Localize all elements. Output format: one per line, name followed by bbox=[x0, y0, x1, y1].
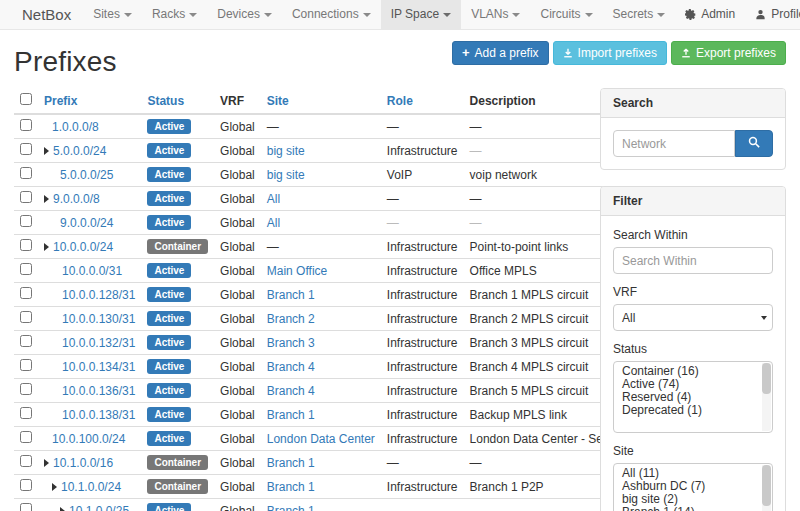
column-header-prefix[interactable]: Prefix bbox=[38, 88, 141, 114]
vrf-select[interactable]: All bbox=[613, 304, 773, 331]
site-link[interactable]: Branch 1 bbox=[267, 504, 315, 511]
scrollbar[interactable] bbox=[762, 363, 771, 431]
brand-logo[interactable]: NetBox bbox=[10, 0, 83, 29]
row-checkbox[interactable] bbox=[20, 455, 32, 467]
prefix-link[interactable]: 10.0.0.130/31 bbox=[62, 312, 135, 326]
status-cell: Active bbox=[141, 114, 214, 139]
site-link[interactable]: Branch 4 bbox=[267, 384, 315, 398]
scrollbar-thumb[interactable] bbox=[762, 363, 771, 394]
listbox-option[interactable]: All (11) bbox=[614, 467, 772, 480]
prefix-cell: 9.0.0.0/8 bbox=[38, 187, 141, 211]
listbox-option[interactable]: Reserved (4) bbox=[614, 391, 772, 404]
checkbox-cell bbox=[14, 307, 38, 331]
row-checkbox[interactable] bbox=[20, 335, 32, 347]
expand-arrow-icon bbox=[44, 195, 49, 203]
column-header-status[interactable]: Status bbox=[141, 88, 214, 114]
row-checkbox[interactable] bbox=[20, 143, 32, 155]
row-checkbox[interactable] bbox=[20, 215, 32, 227]
nav-item-ip-space[interactable]: IP Space bbox=[381, 0, 461, 29]
site-link[interactable]: Branch 3 bbox=[267, 336, 315, 350]
site-link[interactable]: big site bbox=[267, 168, 305, 182]
row-checkbox[interactable] bbox=[20, 287, 32, 299]
prefix-link[interactable]: 10.0.0.128/31 bbox=[62, 288, 135, 302]
row-checkbox[interactable] bbox=[20, 167, 32, 179]
listbox-option[interactable]: Container (16) bbox=[614, 365, 772, 378]
scrollbar[interactable] bbox=[762, 465, 771, 511]
select-all-checkbox[interactable] bbox=[20, 93, 32, 105]
prefix-link[interactable]: 10.0.0.138/31 bbox=[62, 408, 135, 422]
add-prefix-button[interactable]: + Add a prefix bbox=[452, 41, 549, 65]
search-input[interactable] bbox=[613, 130, 735, 157]
prefix-link[interactable]: 9.0.0.0/8 bbox=[53, 192, 100, 206]
nav-item-racks[interactable]: Racks bbox=[142, 0, 207, 29]
nav-item-secrets[interactable]: Secrets bbox=[603, 0, 676, 29]
nav-item-sites[interactable]: Sites bbox=[83, 0, 142, 29]
site-link[interactable]: All bbox=[267, 216, 280, 230]
row-checkbox[interactable] bbox=[20, 119, 32, 131]
listbox-option[interactable]: big site (2) bbox=[614, 493, 772, 506]
listbox-option[interactable]: Branch 1 (14) bbox=[614, 506, 772, 511]
column-header-site[interactable]: Site bbox=[261, 88, 381, 114]
prefix-link[interactable]: 10.0.0.0/24 bbox=[53, 240, 113, 254]
import-icon bbox=[563, 48, 573, 58]
status-badge: Active bbox=[147, 383, 191, 398]
checkbox-cell bbox=[14, 114, 38, 139]
listbox-option[interactable]: Active (74) bbox=[614, 378, 772, 391]
prefix-link[interactable]: 1.0.0.0/8 bbox=[52, 120, 99, 134]
search-within-input[interactable] bbox=[613, 247, 773, 274]
prefix-link[interactable]: 10.0.0.134/31 bbox=[62, 360, 135, 374]
nav-item-circuits[interactable]: Circuits bbox=[530, 0, 602, 29]
prefix-link[interactable]: 10.1.0.0/16 bbox=[53, 456, 113, 470]
row-checkbox[interactable] bbox=[20, 479, 32, 491]
site-link[interactable]: Branch 1 bbox=[267, 288, 315, 302]
prefix-cell: 10.0.0.134/31 bbox=[38, 355, 141, 379]
site-link[interactable]: London Data Center bbox=[267, 432, 375, 446]
row-checkbox[interactable] bbox=[20, 311, 32, 323]
prefix-link[interactable]: 10.0.0.0/31 bbox=[62, 264, 122, 278]
row-checkbox[interactable] bbox=[20, 503, 32, 511]
site-link[interactable]: Branch 4 bbox=[267, 360, 315, 374]
export-prefixes-button[interactable]: Export prefixes bbox=[671, 41, 786, 65]
nav-item-connections[interactable]: Connections bbox=[282, 0, 381, 29]
row-checkbox[interactable] bbox=[20, 431, 32, 443]
site-link[interactable]: Branch 2 bbox=[267, 312, 315, 326]
row-checkbox[interactable] bbox=[20, 407, 32, 419]
row-checkbox[interactable] bbox=[20, 191, 32, 203]
prefix-link[interactable]: 10.1.0.0/25 bbox=[69, 504, 129, 511]
nav-item-profile-label: Profile bbox=[771, 0, 800, 29]
status-cell: Active bbox=[141, 163, 214, 187]
site-cell: — bbox=[261, 114, 381, 139]
nav-item-profile[interactable]: Profile bbox=[745, 0, 800, 29]
scrollbar-thumb[interactable] bbox=[762, 465, 771, 506]
prefix-link[interactable]: 9.0.0.0/24 bbox=[60, 216, 113, 230]
nav-item-vlans[interactable]: VLANs bbox=[461, 0, 530, 29]
prefix-cell: 10.0.0.132/31 bbox=[38, 331, 141, 355]
listbox-option[interactable]: Ashburn DC (7) bbox=[614, 480, 772, 493]
table-row: 10.1.0.0/24ContainerGlobalBranch 1Infras… bbox=[14, 475, 677, 499]
search-button[interactable] bbox=[735, 130, 773, 157]
column-header-role[interactable]: Role bbox=[381, 88, 464, 114]
prefix-link[interactable]: 10.0.0.132/31 bbox=[62, 336, 135, 350]
nav-item-admin[interactable]: Admin bbox=[675, 0, 745, 29]
row-checkbox[interactable] bbox=[20, 383, 32, 395]
import-prefixes-button[interactable]: Import prefixes bbox=[553, 41, 667, 65]
site-link[interactable]: All bbox=[267, 192, 280, 206]
import-prefixes-label: Import prefixes bbox=[578, 46, 657, 60]
prefix-cell: 10.0.0.138/31 bbox=[38, 403, 141, 427]
prefix-link[interactable]: 10.1.0.0/24 bbox=[61, 480, 121, 494]
row-checkbox[interactable] bbox=[20, 239, 32, 251]
nav-item-label: Secrets bbox=[613, 0, 654, 29]
nav-item-devices[interactable]: Devices bbox=[207, 0, 282, 29]
listbox-option[interactable]: Deprecated (1) bbox=[614, 404, 772, 417]
site-link[interactable]: Branch 1 bbox=[267, 480, 315, 494]
prefix-link[interactable]: 10.0.0.136/31 bbox=[62, 384, 135, 398]
site-link[interactable]: Branch 1 bbox=[267, 408, 315, 422]
row-checkbox[interactable] bbox=[20, 263, 32, 275]
prefix-link[interactable]: 10.0.100.0/24 bbox=[52, 432, 125, 446]
site-link[interactable]: big site bbox=[267, 144, 305, 158]
site-link[interactable]: Main Office bbox=[267, 264, 327, 278]
prefix-link[interactable]: 5.0.0.0/25 bbox=[60, 168, 113, 182]
row-checkbox[interactable] bbox=[20, 359, 32, 371]
site-link[interactable]: Branch 1 bbox=[267, 456, 315, 470]
prefix-link[interactable]: 5.0.0.0/24 bbox=[53, 144, 106, 158]
